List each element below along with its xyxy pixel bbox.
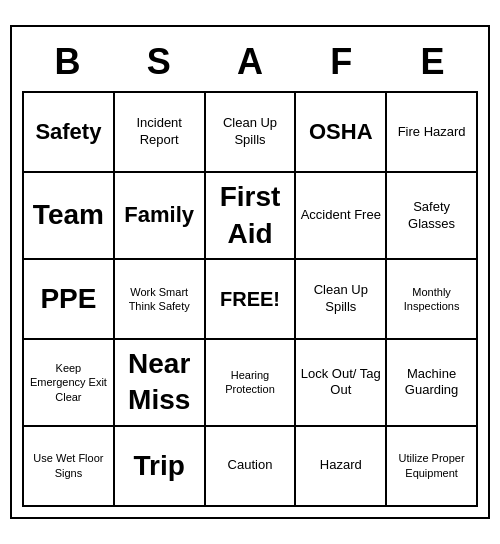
cell-0-3: OSHA (296, 93, 387, 173)
cell-0-2: Clean Up Spills (206, 93, 297, 173)
cell-2-1: Work Smart Think Safety (115, 260, 206, 340)
cell-0-1: Incident Report (115, 93, 206, 173)
header-f: F (296, 37, 387, 87)
bingo-grid: Safety Incident Report Clean Up Spills O… (22, 91, 478, 507)
cell-1-0: Team (24, 173, 115, 260)
cell-3-3: Lock Out/ Tag Out (296, 340, 387, 427)
cell-0-4: Fire Hazard (387, 93, 478, 173)
cell-3-4: Machine Guarding (387, 340, 478, 427)
cell-2-0: PPE (24, 260, 115, 340)
header-s: S (113, 37, 204, 87)
cell-4-4: Utilize Proper Equipment (387, 427, 478, 507)
cell-2-2: FREE! (206, 260, 297, 340)
cell-4-1: Trip (115, 427, 206, 507)
header-e: E (387, 37, 478, 87)
cell-3-1: Near Miss (115, 340, 206, 427)
cell-4-2: Caution (206, 427, 297, 507)
header-a: A (204, 37, 295, 87)
bingo-card: B S A F E Safety Incident Report Clean U… (10, 25, 490, 519)
cell-2-4: Monthly Inspections (387, 260, 478, 340)
header-b: B (22, 37, 113, 87)
cell-2-3: Clean Up Spills (296, 260, 387, 340)
cell-3-2: Hearing Protection (206, 340, 297, 427)
cell-1-1: Family (115, 173, 206, 260)
cell-1-3: Accident Free (296, 173, 387, 260)
cell-4-0: Use Wet Floor Signs (24, 427, 115, 507)
cell-1-2: First Aid (206, 173, 297, 260)
cell-1-4: Safety Glasses (387, 173, 478, 260)
header-row: B S A F E (22, 37, 478, 87)
cell-3-0: Keep Emergency Exit Clear (24, 340, 115, 427)
cell-0-0: Safety (24, 93, 115, 173)
cell-4-3: Hazard (296, 427, 387, 507)
